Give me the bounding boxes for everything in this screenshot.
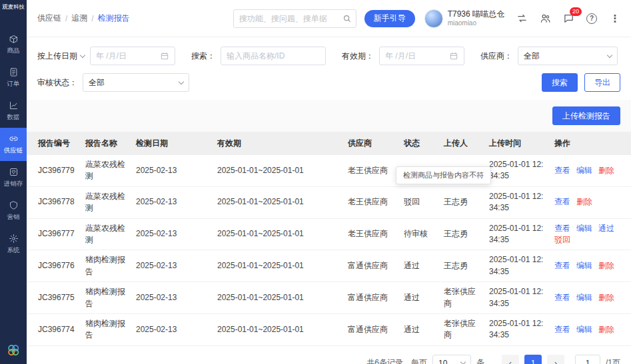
sidebar-item-inventory[interactable]: 进销存 [0,161,27,194]
search-field-label: 搜索： [191,51,215,62]
global-search [233,9,356,28]
row-action-link[interactable]: 查看 [554,325,570,334]
table-cell: JC396778 [27,186,80,218]
table-cell: 2025-01-01 12:34:35 [484,250,549,282]
row-action-link[interactable]: 查看 [554,224,570,233]
table-cell: 老王供应商 [342,218,398,250]
row-action-link[interactable]: 删除 [598,293,614,302]
row-action-link[interactable]: 驳回 [554,235,570,244]
row-action-link[interactable]: 查看 [554,197,570,206]
help-icon[interactable]: ? [585,12,598,25]
audit-status-label: 审核状态： [37,77,77,89]
main-panel: 供应链/追溯/检测报告 新手引导 T7936 喵喵总仓 miaomiao [27,0,631,364]
row-action-link[interactable]: 通过 [598,224,614,233]
calendar-icon [160,51,169,61]
row-action-link[interactable]: 查看 [554,261,570,270]
audit-status-select[interactable]: 全部 [83,73,189,92]
column-header: 上传人 [438,132,484,155]
sidebar-item-label: 进销存 [4,180,23,188]
table-cell: 王志勇 [438,218,484,250]
table-cell: 蔬菜农残检测 [80,186,131,218]
row-action-link[interactable]: 编辑 [576,325,592,334]
pagination: 共6条记录，每页 10 条 ‹ 1 › /1页 [27,346,631,364]
chevron-down-icon [80,52,85,57]
current-page-button[interactable]: 1 [524,355,542,364]
row-action-link[interactable]: 删除 [576,197,592,206]
table-cell: JC396776 [27,250,80,282]
sidebar-item-marketing[interactable]: 营销 [0,194,27,228]
sidebar-item-label: 订单 [7,80,20,89]
more-menu-icon[interactable]: ⋮ [608,12,622,25]
table-header-row: 报告编号报告名称检测日期有效期供应商状态上传人上传时间操作 [27,132,631,155]
column-header: 报告编号 [27,132,80,155]
topbar: 供应链/追溯/检测报告 新手引导 T7936 喵喵总仓 miaomiao [27,0,631,37]
breadcrumb: 供应链/追溯/检测报告 [37,13,130,24]
table-cell: 老张供应商 [438,282,484,314]
status-tooltip: 检测商品与报告内容不符 [396,166,491,184]
prev-page-button[interactable]: ‹ [502,355,519,364]
breadcrumb-item: 检测报告 [98,13,130,24]
chevron-down-icon [607,52,612,57]
avatar[interactable] [424,9,443,28]
row-action-link[interactable]: 删除 [598,166,614,175]
row-action-link[interactable]: 删除 [598,261,614,270]
messages-icon[interactable]: 20 [562,12,575,25]
breadcrumb-item[interactable]: 追溯 [71,13,87,24]
export-button[interactable]: 导出 [584,73,620,92]
table-cell: 老张供应商 [438,313,484,345]
users-icon[interactable] [538,12,552,25]
sidebar-item-label: 数据 [7,113,20,122]
table-cell: 2025-02-13 [131,186,212,218]
sidebar-item-system[interactable]: 系统 [0,228,27,261]
page-size-select[interactable]: 10 [432,355,471,364]
global-search-input[interactable] [239,14,342,23]
sidebar-item-supply[interactable]: 供应链 [0,128,27,161]
row-action-link[interactable]: 编辑 [576,293,592,302]
upload-report-button[interactable]: 上传检测报告 [552,106,620,125]
table-toolbar: 上传检测报告 [27,100,631,132]
table-cell: 王志勇 [438,250,484,282]
sidebar-menu: 商品订单数据供应链进销存营销系统 [0,28,27,261]
row-action-link[interactable]: 编辑 [576,224,592,233]
chevron-down-icon [179,79,184,84]
table-cell: 蔬菜农残检测 [80,155,131,186]
supply-icon [9,134,19,144]
table-cell: 猪肉检测报告 [80,250,131,282]
inventory-icon [9,167,19,177]
table-cell: 通过 [398,282,438,314]
record-summary: 共6条记录，每页 [366,357,427,364]
table-cell: 老王供应商 [342,186,398,218]
row-actions: 查看编辑删除 [549,155,631,186]
column-header: 供应商 [342,132,398,155]
sidebar-item-goods[interactable]: 商品 [0,28,27,61]
sidebar-bottom-logo-icon[interactable] [0,343,27,357]
switch-warehouse-icon[interactable] [515,12,528,25]
next-page-button[interactable]: › [547,355,564,364]
row-action-link[interactable]: 查看 [554,166,570,175]
page-jump-input[interactable] [575,355,600,364]
sidebar-item-orders[interactable]: 订单 [0,61,27,94]
row-action-link[interactable]: 查看 [554,293,570,302]
search-button[interactable]: 搜索 [542,73,578,92]
table-row: JC396776猪肉检测报告2025-02-132025-01-01~2025-… [27,250,631,282]
supplier-select[interactable]: 全部 [518,47,618,65]
table-cell: 2025-01-01~2025-01-01 [212,313,342,345]
row-action-link[interactable]: 编辑 [576,166,592,175]
table-cell: JC396775 [27,282,80,314]
breadcrumb-item[interactable]: 供应链 [37,13,61,24]
row-action-link[interactable]: 删除 [598,325,614,334]
new-user-guide-button[interactable]: 新手引导 [364,10,415,27]
upload-date-field[interactable]: 年 /月/日 [90,47,175,65]
date-type-dropdown[interactable]: 按上传日期 [37,51,85,62]
goods-search-input[interactable] [221,47,326,65]
filter-bar: 按上传日期 年 /月/日 搜索： 有效期： 年 /月/日 [27,37,631,100]
row-action-link[interactable]: 编辑 [576,261,592,270]
sidebar-item-data[interactable]: 数据 [0,94,27,128]
goods-icon [9,34,19,44]
validity-date-field[interactable]: 年 /月/日 [379,47,464,65]
search-icon [342,14,352,23]
brand-logo: 观麦科技 [0,0,27,13]
user-account: miaomiao [448,19,504,28]
table-cell: 王志勇 [438,186,484,218]
table-row: JC396778蔬菜农残检测2025-02-132025-01-01~2025-… [27,186,631,218]
